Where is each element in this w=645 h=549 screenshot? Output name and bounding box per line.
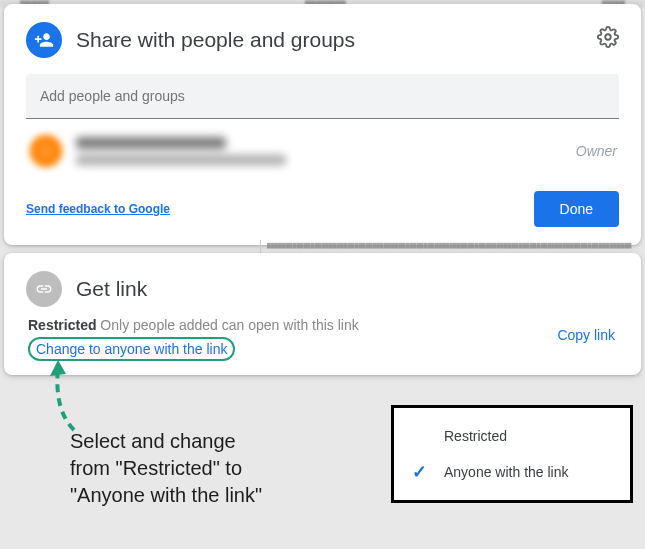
- link-body: Restricted Only people added can open wi…: [28, 317, 617, 361]
- annotation-line2: from "Restricted" to: [70, 455, 370, 482]
- check-icon: ✓: [410, 461, 428, 483]
- annotation-text: Select and change from "Restricted" to "…: [70, 428, 370, 509]
- link-title: Get link: [76, 277, 147, 301]
- gear-icon[interactable]: [597, 26, 619, 48]
- avatar: [28, 133, 64, 169]
- restriction-desc: Only people added can open with this lin…: [96, 317, 358, 333]
- share-footer: Send feedback to Google Done: [26, 191, 619, 227]
- share-header: Share with people and groups: [26, 22, 619, 58]
- link-header: Get link: [26, 271, 619, 307]
- annotation-line3: "Anyone with the link": [70, 482, 370, 509]
- share-title: Share with people and groups: [76, 28, 355, 52]
- role-label: Owner: [576, 143, 617, 159]
- change-access-link[interactable]: Change to anyone with the link: [28, 337, 235, 361]
- add-people-input[interactable]: [26, 74, 619, 119]
- person-info: [76, 137, 564, 165]
- svg-point-0: [605, 34, 611, 40]
- dropdown-option-anyone[interactable]: ✓ Anyone with the link: [394, 454, 630, 490]
- dropdown-label: Anyone with the link: [444, 464, 569, 480]
- share-dialog: Share with people and groups Owner Send …: [4, 4, 641, 245]
- copy-link-button[interactable]: Copy link: [557, 327, 615, 343]
- access-dropdown: Restricted ✓ Anyone with the link: [391, 405, 633, 503]
- done-button[interactable]: Done: [534, 191, 619, 227]
- dropdown-option-restricted[interactable]: Restricted: [394, 418, 630, 454]
- restriction-line: Restricted Only people added can open wi…: [28, 317, 617, 333]
- link-icon: [26, 271, 62, 307]
- dropdown-label: Restricted: [444, 428, 507, 444]
- person-row: Owner: [26, 119, 619, 175]
- person-add-icon: [26, 22, 62, 58]
- get-link-dialog: Get link Restricted Only people added ca…: [4, 253, 641, 375]
- annotation-line1: Select and change: [70, 428, 370, 455]
- restriction-status: Restricted: [28, 317, 96, 333]
- feedback-link[interactable]: Send feedback to Google: [26, 202, 170, 216]
